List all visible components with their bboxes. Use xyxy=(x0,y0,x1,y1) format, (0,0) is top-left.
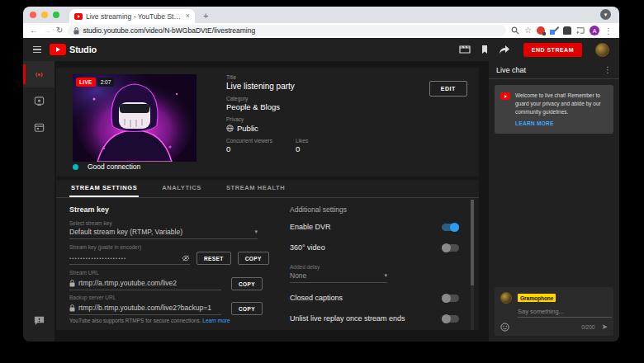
privacy-label: Privacy xyxy=(226,116,308,122)
category-label: Category xyxy=(226,96,308,101)
backup-url-value: rtmp://b.rtmp.youtube.com/live2?backup=1 xyxy=(78,304,211,312)
lock-icon xyxy=(69,304,75,312)
tab-stream-settings[interactable]: STREAM SETTINGS xyxy=(69,180,139,197)
browser-profile-avatar[interactable]: A xyxy=(590,26,599,35)
studio-body: LIVE 2:07 Title Live listening party Cat… xyxy=(23,61,619,342)
sidebar-item-stream[interactable] xyxy=(23,61,54,87)
rtmps-learn-more-link[interactable]: Learn more xyxy=(202,318,230,323)
back-icon[interactable]: ← xyxy=(30,26,38,35)
window-controls xyxy=(30,7,59,23)
stream-preview[interactable]: LIVE 2:07 xyxy=(73,74,197,162)
youtube-icon xyxy=(500,92,510,100)
close-tab-icon[interactable]: × xyxy=(186,12,190,20)
browser-menu-icon[interactable]: ⋮ xyxy=(604,26,613,35)
tab-title: Live streaming - YouTube Studio xyxy=(86,12,182,21)
stream-url-field: rtmp://a.rtmp.youtube.com/live2 xyxy=(69,279,221,290)
chat-user-avatar xyxy=(500,292,512,304)
copy-backup-url-button[interactable]: COPY xyxy=(231,302,263,315)
youtube-favicon-icon xyxy=(74,13,83,20)
webcam-icon xyxy=(33,96,45,106)
reload-icon[interactable]: ↻ xyxy=(56,26,63,35)
visibility-off-icon[interactable] xyxy=(182,255,190,262)
tab-stream-health[interactable]: STREAM HEALTH xyxy=(225,180,286,197)
video-360-label: 360° video xyxy=(290,243,325,252)
added-delay-value: None xyxy=(290,271,306,280)
chat-message-input[interactable] xyxy=(518,307,612,318)
stream-stats: Concurrent viewers 0 Likes 0 xyxy=(226,138,308,154)
settings-scrollbar[interactable] xyxy=(471,200,474,330)
elapsed-time: 2:07 xyxy=(97,78,115,87)
main-content: LIVE 2:07 Title Live listening party Cat… xyxy=(54,61,489,342)
tab-analytics[interactable]: ANALYTICS xyxy=(160,180,203,197)
category-value: People & Blogs xyxy=(226,102,308,111)
copy-stream-url-button[interactable]: COPY xyxy=(231,277,263,290)
forward-icon[interactable]: → xyxy=(43,26,51,35)
minimize-window-button[interactable] xyxy=(41,12,48,18)
sidebar-item-webcam[interactable] xyxy=(23,87,54,114)
address-bar[interactable]: studio.youtube.com/video/N-bWGbaDVtE/liv… xyxy=(68,25,506,36)
chat-menu-icon[interactable]: ⋮ xyxy=(604,65,612,74)
bookmark-icon[interactable] xyxy=(479,45,490,54)
tab-search-button[interactable]: ▾ xyxy=(600,9,611,20)
studio-logo[interactable]: Studio xyxy=(50,44,97,55)
cast-icon[interactable] xyxy=(576,26,585,35)
dark-extension-icon[interactable] xyxy=(563,26,571,35)
stream-settings-card: STREAM SETTINGS ANALYTICS STREAM HEALTH … xyxy=(56,180,479,330)
new-tab-button[interactable]: + xyxy=(203,9,208,23)
stream-key-masked-value: ••••••••••••••••••••• xyxy=(69,256,126,261)
create-video-icon[interactable] xyxy=(459,45,471,54)
send-icon[interactable]: ➤ xyxy=(601,323,608,331)
browser-toolbar: ← → ↻ studio.youtube.com/video/N-bWGbaDV… xyxy=(23,23,619,38)
hamburger-menu-icon[interactable] xyxy=(33,46,41,54)
title-value: Live listening party xyxy=(226,82,308,91)
fullscreen-window-button[interactable] xyxy=(53,12,59,18)
scrollbar-thumb[interactable] xyxy=(471,200,474,285)
sidebar-item-feedback[interactable] xyxy=(23,307,54,333)
chat-learn-more-link[interactable]: LEARN MORE xyxy=(515,120,607,126)
connection-dot-icon xyxy=(73,164,78,170)
title-label: Title xyxy=(226,74,308,80)
edit-button[interactable]: EDIT xyxy=(429,81,467,97)
calendar-icon xyxy=(33,122,45,133)
stream-url-label: Stream URL xyxy=(69,270,277,276)
chevron-down-icon: ▾ xyxy=(254,229,258,235)
copy-key-button[interactable]: COPY xyxy=(238,252,269,265)
channel-avatar[interactable] xyxy=(595,43,609,57)
enable-dvr-toggle[interactable] xyxy=(442,224,459,231)
enable-dvr-label: Enable DVR xyxy=(290,223,331,231)
video-360-toggle[interactable] xyxy=(442,244,459,252)
chat-welcome-card: Welcome to live chat! Remember to guard … xyxy=(495,85,613,134)
bookmark-star-icon[interactable]: ☆ xyxy=(524,26,532,35)
live-chat-panel: Live chat ⋮ Welcome to live chat! Rememb… xyxy=(489,61,619,342)
reset-key-button[interactable]: RESET xyxy=(197,252,231,265)
keep-extension-icon[interactable] xyxy=(550,26,558,35)
unlist-replay-label: Unlist live replay once stream ends xyxy=(290,314,405,323)
stream-key-field[interactable]: ••••••••••••••••••••• xyxy=(69,255,190,265)
chat-welcome-text: Welcome to live chat! Remember to guard … xyxy=(515,92,607,116)
close-window-button[interactable] xyxy=(30,12,36,18)
closed-captions-toggle[interactable] xyxy=(442,295,459,302)
end-stream-button[interactable]: END STREAM xyxy=(523,43,582,57)
unlist-replay-toggle[interactable] xyxy=(442,315,459,323)
stream-key-field-label: Stream key (paste in encoder) xyxy=(69,244,277,250)
stream-key-select-value: Default stream key (RTMP, Variable) xyxy=(69,228,182,236)
search-icon[interactable] xyxy=(511,26,519,35)
connection-text: Good connection xyxy=(88,163,140,171)
stream-info-card: LIVE 2:07 Title Live listening party Cat… xyxy=(56,68,479,177)
settings-tabs: STREAM SETTINGS ANALYTICS STREAM HEALTH xyxy=(56,180,479,198)
added-delay-select[interactable]: None ▾ xyxy=(290,271,387,283)
stream-url-value: rtmp://a.rtmp.youtube.com/live2 xyxy=(78,279,177,287)
adblock-extension-icon[interactable] xyxy=(537,26,545,35)
additional-settings-title: Additional settings xyxy=(290,205,459,214)
youtube-play-icon xyxy=(50,44,66,55)
emoji-icon[interactable] xyxy=(500,323,509,332)
stream-thumbnail-art xyxy=(73,74,197,162)
stream-key-section: Stream key Select stream key Default str… xyxy=(69,205,277,330)
browser-tab[interactable]: Live streaming - YouTube Studio × xyxy=(69,9,195,23)
stream-key-select[interactable]: Default stream key (RTMP, Variable) ▾ xyxy=(69,228,258,239)
browser-tabstrip: Live streaming - YouTube Studio × + ▾ xyxy=(23,7,619,23)
lock-icon xyxy=(73,27,79,35)
sidebar-item-manage[interactable] xyxy=(23,114,54,140)
privacy-value: Public xyxy=(237,124,258,133)
share-arrow-icon[interactable] xyxy=(499,45,510,54)
